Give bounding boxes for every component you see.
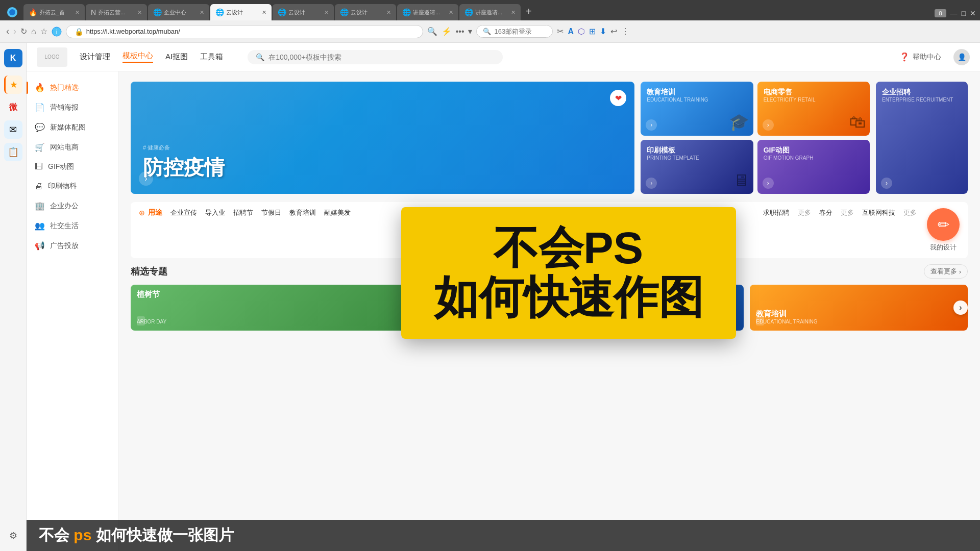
print-icon: 🖨 <box>35 182 43 191</box>
tab[interactable]: 🌐 讲座邀请... ✕ <box>397 4 458 20</box>
app-logo[interactable]: K <box>4 49 22 67</box>
category-item-print[interactable]: 🖨 印刷物料 <box>27 177 118 196</box>
tab-active[interactable]: 🌐 云设计 ✕ <box>210 4 272 20</box>
template-search-input[interactable] <box>268 53 495 61</box>
help-center[interactable]: ❓ 帮助中心 <box>899 52 941 62</box>
see-more-button[interactable]: 查看更多 › <box>924 264 968 279</box>
topic-card-edu[interactable]: 教育培训 EDUCATIONAL TRAINING › <box>750 285 968 331</box>
sidebar-icon-star[interactable]: ★ <box>4 76 22 94</box>
category-item-ecommerce[interactable]: 🛒 网站电商 <box>27 137 118 157</box>
category-sidebar: 🔥 热门精选 📄 营销海报 💬 新媒体配图 🛒 网站电商 🎞 GI <box>27 71 118 551</box>
people-icon: 👥 <box>35 221 45 231</box>
category-item-poster[interactable]: 📄 营销海报 <box>27 97 118 117</box>
filter-tag[interactable]: 教育培训 <box>289 208 316 217</box>
side-banner-print[interactable]: 印刷模板 PRINTING TEMPLATE › 🖥 <box>641 140 753 194</box>
nav-logo: LOGO <box>37 47 67 67</box>
category-item-social-life[interactable]: 👥 社交生活 <box>27 216 118 236</box>
url-input[interactable] <box>86 28 414 35</box>
nav-search-bar[interactable]: 🔍 <box>248 50 503 64</box>
filter-tag[interactable]: 招聘节 <box>233 208 253 217</box>
tab-close-icon[interactable]: ✕ <box>137 9 142 16</box>
filter-tag[interactable]: 求职招聘 <box>763 208 790 217</box>
filter-tag[interactable]: 导入业 <box>205 208 225 217</box>
refresh-button[interactable]: ↻ <box>20 27 27 36</box>
search-input[interactable] <box>494 28 545 35</box>
category-item-social-media[interactable]: 💬 新媒体配图 <box>27 117 118 137</box>
tab-close-icon[interactable]: ✕ <box>200 9 204 16</box>
card-arrow: › <box>137 316 145 325</box>
topics-next-button[interactable]: › <box>953 300 968 315</box>
sidebar-icon-mail[interactable]: ✉ <box>4 120 22 139</box>
search-url-button[interactable]: 🔍 <box>427 27 437 36</box>
filter-more[interactable]: 更多 <box>903 208 917 217</box>
tab[interactable]: 🌐 讲座邀请... ✕ <box>459 4 521 20</box>
banner-main-text: 防控疫情 <box>143 154 225 182</box>
category-item-office[interactable]: 🏢 企业办公 <box>27 196 118 216</box>
sidebar-icon-weibo[interactable]: 微 <box>4 98 22 116</box>
tab-close-icon[interactable]: ✕ <box>449 9 453 16</box>
side-banner-gif[interactable]: GIF动图 GIF MOTION GRAPH › <box>757 140 870 194</box>
forward-button[interactable]: › <box>13 26 16 37</box>
url-input-wrapper[interactable]: 🔒 <box>66 25 423 38</box>
filter-more[interactable]: 更多 <box>841 208 854 217</box>
nav-item-template-center[interactable]: 模板中心 <box>122 51 153 63</box>
sidebar-icon-notes[interactable]: 📋 <box>4 143 22 161</box>
svg-point-1 <box>9 9 15 15</box>
close-button[interactable]: ✕ <box>970 9 976 17</box>
nav-item-ai-cutout[interactable]: AI抠图 <box>165 52 188 62</box>
overlay-popup: 不会PS 如何快速作图 <box>401 207 736 339</box>
filter-more[interactable]: 更多 <box>798 208 811 217</box>
download-icon[interactable]: ⬇ <box>600 27 606 36</box>
tab[interactable]: N 乔拓云营... ✕ <box>86 4 147 20</box>
nav-item-toolbox[interactable]: 工具箱 <box>200 52 223 62</box>
lightning-button[interactable]: ⚡ <box>442 27 452 36</box>
filter-tag[interactable]: 融媒美发 <box>324 208 351 217</box>
category-item-hot[interactable]: 🔥 热门精选 <box>27 78 118 97</box>
chevron-right-icon: › <box>959 268 961 276</box>
tab-close-icon[interactable]: ✕ <box>75 9 80 16</box>
hot-icon: 🔥 <box>35 83 45 92</box>
help-icon: ❓ <box>899 52 910 62</box>
my-design-button[interactable]: ✏ <box>927 208 960 241</box>
filter-row-2: 求职招聘 更多 春分 更多 互联网科技 更多 <box>763 208 917 217</box>
minimize-button[interactable]: — <box>950 9 958 17</box>
tab-close-icon[interactable]: ✕ <box>324 9 329 16</box>
dropdown-button[interactable]: ▾ <box>468 27 472 36</box>
new-tab-button[interactable]: + <box>522 4 536 19</box>
home-button[interactable]: ⌂ <box>31 27 36 36</box>
tab-close-icon[interactable]: ✕ <box>262 9 266 16</box>
grid-icon[interactable]: ⊞ <box>589 27 596 36</box>
filter-tag[interactable]: 互联网科技 <box>862 208 895 217</box>
filter-tag[interactable]: 节假日 <box>261 208 281 217</box>
back-button[interactable]: ‹ <box>6 26 9 37</box>
side-banner-edu[interactable]: 教育培训 EDUCATIONAL TRAINING › 🎓 <box>641 82 753 136</box>
tab[interactable]: 🌐 云设计 ✕ <box>273 4 334 20</box>
undo-icon[interactable]: ↩ <box>610 27 617 36</box>
cut-icon[interactable]: ✂ <box>557 27 564 36</box>
tab[interactable]: 🌐 云设计 ✕ <box>335 4 396 20</box>
more-settings-icon[interactable]: ⋮ <box>621 27 629 36</box>
filter-tag[interactable]: 春分 <box>819 208 832 217</box>
main-banner[interactable]: # 健康必备 防控疫情 ❤ › <box>131 82 634 194</box>
more-button[interactable]: ••• <box>456 27 464 36</box>
security-icon: i <box>52 27 62 37</box>
lock-icon: 🔒 <box>75 28 83 36</box>
filter-tag[interactable]: 企业宣传 <box>170 208 197 217</box>
maximize-button[interactable]: □ <box>962 9 966 17</box>
side-banner-recruit[interactable]: 企业招聘 ENTERPRISE RECRUITMENT › <box>876 82 968 194</box>
category-item-ads[interactable]: 📢 广告投放 <box>27 236 118 256</box>
extension-icon[interactable]: ⬡ <box>578 27 585 36</box>
tab[interactable]: 🌐 企业中心 ✕ <box>148 4 209 20</box>
bookmark-button[interactable]: ☆ <box>40 27 47 36</box>
category-item-gif[interactable]: 🎞 GIF动图 <box>27 157 118 177</box>
user-avatar[interactable]: 👤 <box>953 49 970 65</box>
translate-icon[interactable]: A <box>568 27 574 36</box>
tab[interactable]: 🔥 乔拓云_首 ✕ <box>23 4 85 20</box>
ecommerce-icon: 🛒 <box>35 142 45 152</box>
settings-icon[interactable]: ⚙ <box>4 527 22 545</box>
tab-close-icon[interactable]: ✕ <box>386 9 391 16</box>
nav-item-design-manage[interactable]: 设计管理 <box>80 52 110 62</box>
side-banner-ecom[interactable]: 电商零售 ELECTRICITY RETAIL › 🛍 <box>757 82 870 136</box>
search-bar[interactable]: 🔍 <box>476 25 553 38</box>
tab-close-icon[interactable]: ✕ <box>511 9 516 16</box>
